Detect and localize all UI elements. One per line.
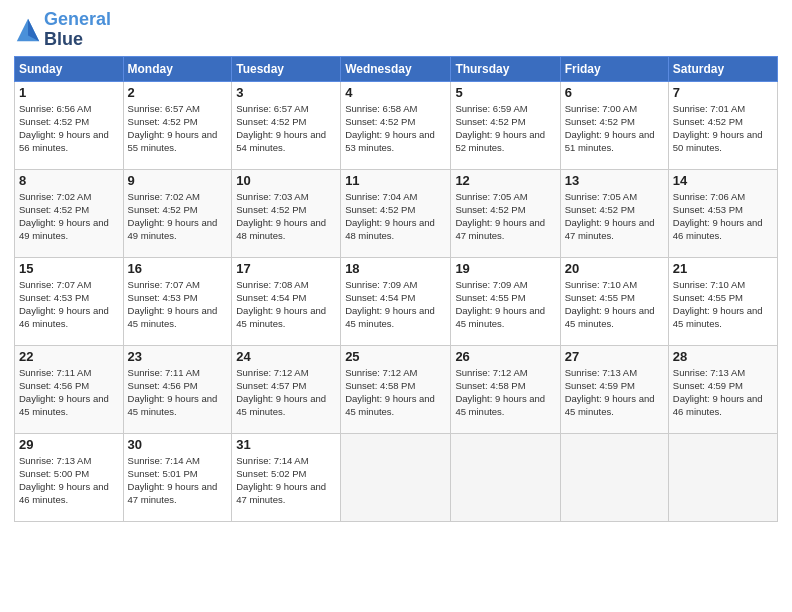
- calendar-cell: 13 Sunrise: 7:05 AM Sunset: 4:52 PM Dayl…: [560, 169, 668, 257]
- day-info: Sunrise: 7:14 AM Sunset: 5:01 PM Dayligh…: [128, 455, 218, 506]
- calendar-week-1: 8 Sunrise: 7:02 AM Sunset: 4:52 PM Dayli…: [15, 169, 778, 257]
- day-info: Sunrise: 7:04 AM Sunset: 4:52 PM Dayligh…: [345, 191, 435, 242]
- day-info: Sunrise: 7:10 AM Sunset: 4:55 PM Dayligh…: [673, 279, 763, 330]
- day-number: 24: [236, 349, 336, 364]
- day-number: 10: [236, 173, 336, 188]
- day-number: 20: [565, 261, 664, 276]
- day-info: Sunrise: 7:10 AM Sunset: 4:55 PM Dayligh…: [565, 279, 655, 330]
- calendar-cell: 11 Sunrise: 7:04 AM Sunset: 4:52 PM Dayl…: [341, 169, 451, 257]
- day-number: 19: [455, 261, 555, 276]
- day-info: Sunrise: 7:14 AM Sunset: 5:02 PM Dayligh…: [236, 455, 326, 506]
- calendar-cell: 21 Sunrise: 7:10 AM Sunset: 4:55 PM Dayl…: [668, 257, 777, 345]
- day-number: 16: [128, 261, 228, 276]
- day-info: Sunrise: 7:07 AM Sunset: 4:53 PM Dayligh…: [19, 279, 109, 330]
- weekday-header-row: SundayMondayTuesdayWednesdayThursdayFrid…: [15, 56, 778, 81]
- day-number: 29: [19, 437, 119, 452]
- day-number: 7: [673, 85, 773, 100]
- day-info: Sunrise: 7:02 AM Sunset: 4:52 PM Dayligh…: [19, 191, 109, 242]
- day-info: Sunrise: 6:56 AM Sunset: 4:52 PM Dayligh…: [19, 103, 109, 154]
- day-number: 12: [455, 173, 555, 188]
- calendar-cell: 28 Sunrise: 7:13 AM Sunset: 4:59 PM Dayl…: [668, 345, 777, 433]
- day-info: Sunrise: 6:57 AM Sunset: 4:52 PM Dayligh…: [236, 103, 326, 154]
- day-number: 11: [345, 173, 446, 188]
- header: GeneralBlue: [14, 10, 778, 50]
- day-info: Sunrise: 7:05 AM Sunset: 4:52 PM Dayligh…: [565, 191, 655, 242]
- day-number: 21: [673, 261, 773, 276]
- calendar-cell: 18 Sunrise: 7:09 AM Sunset: 4:54 PM Dayl…: [341, 257, 451, 345]
- day-number: 2: [128, 85, 228, 100]
- calendar-cell: 23 Sunrise: 7:11 AM Sunset: 4:56 PM Dayl…: [123, 345, 232, 433]
- day-info: Sunrise: 7:00 AM Sunset: 4:52 PM Dayligh…: [565, 103, 655, 154]
- calendar-week-0: 1 Sunrise: 6:56 AM Sunset: 4:52 PM Dayli…: [15, 81, 778, 169]
- logo-text: GeneralBlue: [44, 10, 111, 50]
- calendar-cell: 14 Sunrise: 7:06 AM Sunset: 4:53 PM Dayl…: [668, 169, 777, 257]
- day-number: 26: [455, 349, 555, 364]
- day-info: Sunrise: 7:13 AM Sunset: 4:59 PM Dayligh…: [565, 367, 655, 418]
- day-info: Sunrise: 7:03 AM Sunset: 4:52 PM Dayligh…: [236, 191, 326, 242]
- calendar-cell: 20 Sunrise: 7:10 AM Sunset: 4:55 PM Dayl…: [560, 257, 668, 345]
- calendar-cell: 3 Sunrise: 6:57 AM Sunset: 4:52 PM Dayli…: [232, 81, 341, 169]
- calendar-cell: 7 Sunrise: 7:01 AM Sunset: 4:52 PM Dayli…: [668, 81, 777, 169]
- calendar-cell: 26 Sunrise: 7:12 AM Sunset: 4:58 PM Dayl…: [451, 345, 560, 433]
- calendar-cell: 1 Sunrise: 6:56 AM Sunset: 4:52 PM Dayli…: [15, 81, 124, 169]
- day-number: 22: [19, 349, 119, 364]
- calendar-cell: 31 Sunrise: 7:14 AM Sunset: 5:02 PM Dayl…: [232, 433, 341, 521]
- calendar-cell: 12 Sunrise: 7:05 AM Sunset: 4:52 PM Dayl…: [451, 169, 560, 257]
- weekday-wednesday: Wednesday: [341, 56, 451, 81]
- calendar-cell: 16 Sunrise: 7:07 AM Sunset: 4:53 PM Dayl…: [123, 257, 232, 345]
- day-info: Sunrise: 7:11 AM Sunset: 4:56 PM Dayligh…: [128, 367, 218, 418]
- day-number: 1: [19, 85, 119, 100]
- calendar-cell: 15 Sunrise: 7:07 AM Sunset: 4:53 PM Dayl…: [15, 257, 124, 345]
- day-number: 25: [345, 349, 446, 364]
- day-number: 31: [236, 437, 336, 452]
- calendar-table: SundayMondayTuesdayWednesdayThursdayFrid…: [14, 56, 778, 522]
- day-number: 6: [565, 85, 664, 100]
- day-info: Sunrise: 6:57 AM Sunset: 4:52 PM Dayligh…: [128, 103, 218, 154]
- weekday-sunday: Sunday: [15, 56, 124, 81]
- day-number: 13: [565, 173, 664, 188]
- calendar-cell: 17 Sunrise: 7:08 AM Sunset: 4:54 PM Dayl…: [232, 257, 341, 345]
- day-number: 30: [128, 437, 228, 452]
- day-number: 5: [455, 85, 555, 100]
- day-info: Sunrise: 6:58 AM Sunset: 4:52 PM Dayligh…: [345, 103, 435, 154]
- calendar-cell: 22 Sunrise: 7:11 AM Sunset: 4:56 PM Dayl…: [15, 345, 124, 433]
- calendar-cell: 9 Sunrise: 7:02 AM Sunset: 4:52 PM Dayli…: [123, 169, 232, 257]
- day-info: Sunrise: 7:11 AM Sunset: 4:56 PM Dayligh…: [19, 367, 109, 418]
- calendar-cell: 29 Sunrise: 7:13 AM Sunset: 5:00 PM Dayl…: [15, 433, 124, 521]
- day-number: 8: [19, 173, 119, 188]
- calendar-cell: [451, 433, 560, 521]
- day-info: Sunrise: 7:06 AM Sunset: 4:53 PM Dayligh…: [673, 191, 763, 242]
- calendar-cell: 6 Sunrise: 7:00 AM Sunset: 4:52 PM Dayli…: [560, 81, 668, 169]
- calendar-cell: [341, 433, 451, 521]
- calendar-cell: [560, 433, 668, 521]
- day-number: 15: [19, 261, 119, 276]
- logo: GeneralBlue: [14, 10, 111, 50]
- day-info: Sunrise: 7:12 AM Sunset: 4:58 PM Dayligh…: [345, 367, 435, 418]
- day-info: Sunrise: 7:05 AM Sunset: 4:52 PM Dayligh…: [455, 191, 545, 242]
- calendar-cell: 2 Sunrise: 6:57 AM Sunset: 4:52 PM Dayli…: [123, 81, 232, 169]
- weekday-friday: Friday: [560, 56, 668, 81]
- calendar-week-3: 22 Sunrise: 7:11 AM Sunset: 4:56 PM Dayl…: [15, 345, 778, 433]
- calendar-cell: [668, 433, 777, 521]
- calendar-cell: 5 Sunrise: 6:59 AM Sunset: 4:52 PM Dayli…: [451, 81, 560, 169]
- logo-icon: [14, 16, 42, 44]
- day-info: Sunrise: 7:13 AM Sunset: 5:00 PM Dayligh…: [19, 455, 109, 506]
- day-info: Sunrise: 6:59 AM Sunset: 4:52 PM Dayligh…: [455, 103, 545, 154]
- calendar-cell: 4 Sunrise: 6:58 AM Sunset: 4:52 PM Dayli…: [341, 81, 451, 169]
- page-container: GeneralBlue SundayMondayTuesdayWednesday…: [0, 0, 792, 528]
- day-number: 14: [673, 173, 773, 188]
- day-info: Sunrise: 7:12 AM Sunset: 4:58 PM Dayligh…: [455, 367, 545, 418]
- calendar-cell: 27 Sunrise: 7:13 AM Sunset: 4:59 PM Dayl…: [560, 345, 668, 433]
- day-info: Sunrise: 7:09 AM Sunset: 4:55 PM Dayligh…: [455, 279, 545, 330]
- calendar-week-2: 15 Sunrise: 7:07 AM Sunset: 4:53 PM Dayl…: [15, 257, 778, 345]
- calendar-cell: 24 Sunrise: 7:12 AM Sunset: 4:57 PM Dayl…: [232, 345, 341, 433]
- day-info: Sunrise: 7:13 AM Sunset: 4:59 PM Dayligh…: [673, 367, 763, 418]
- weekday-saturday: Saturday: [668, 56, 777, 81]
- day-info: Sunrise: 7:12 AM Sunset: 4:57 PM Dayligh…: [236, 367, 326, 418]
- day-number: 9: [128, 173, 228, 188]
- weekday-thursday: Thursday: [451, 56, 560, 81]
- calendar-cell: 25 Sunrise: 7:12 AM Sunset: 4:58 PM Dayl…: [341, 345, 451, 433]
- day-info: Sunrise: 7:01 AM Sunset: 4:52 PM Dayligh…: [673, 103, 763, 154]
- day-info: Sunrise: 7:02 AM Sunset: 4:52 PM Dayligh…: [128, 191, 218, 242]
- day-number: 28: [673, 349, 773, 364]
